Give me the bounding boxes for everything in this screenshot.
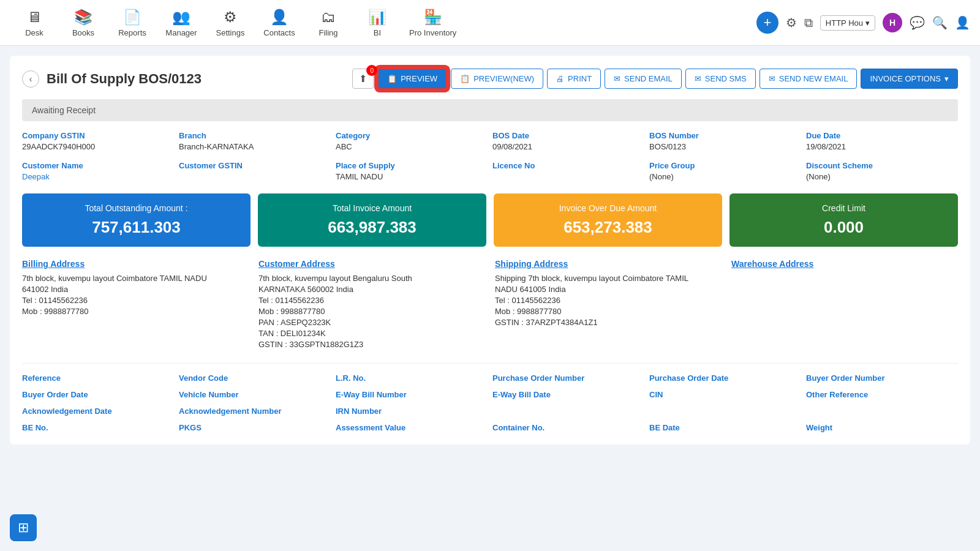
nav-pro-inventory-label: Pro Inventory	[409, 28, 456, 37]
discount-scheme-field: Discount Scheme (None)	[806, 161, 958, 181]
customer-name-value[interactable]: Deepak	[22, 172, 174, 181]
due-date-label: Due Date	[806, 131, 958, 140]
extra-label-purchase-order-number: Purchase Order Number	[492, 373, 644, 383]
total-outstanding-label: Total Outstanding Amount :	[34, 203, 238, 213]
company-gstin-label: Company GSTIN	[22, 131, 174, 140]
extra-field-blank3	[806, 407, 958, 416]
notification-icon[interactable]: 💬	[910, 15, 925, 30]
shipping-line1: Shipping 7th block, kuvempu layout Coimb…	[495, 274, 722, 283]
company-gstin-value: 29AADCK7940H000	[22, 142, 174, 151]
switch-icon[interactable]: ⧉	[804, 16, 813, 30]
billing-address-block: Billing Address 7th block, kuvempu layou…	[22, 259, 249, 351]
extra-label-assessment-value: Assessment Value	[336, 423, 488, 432]
notification-wrap: 💬	[910, 15, 925, 30]
bos-date-field: BOS Date 09/08/2021	[492, 131, 644, 151]
nav-right-section: + ⚙ ⧉ HTTP Hou ▾ H 💬 🔍 👤	[756, 12, 970, 34]
price-group-label: Price Group	[649, 161, 801, 170]
extra-label-container-no: Container No.	[492, 423, 644, 432]
billing-address-title[interactable]: Billing Address	[22, 259, 249, 269]
extra-label-weight: Weight	[806, 423, 958, 432]
send-new-email-button[interactable]: ✉ SEND NEW EMAIL	[760, 69, 858, 89]
add-button[interactable]: +	[756, 12, 778, 34]
print-icon: 🖨	[556, 74, 564, 83]
extra-label-other-reference: Other Reference	[806, 390, 958, 399]
nav-pro-inventory[interactable]: 🏪 Pro Inventory	[402, 4, 464, 42]
print-button[interactable]: 🖨 PRINT	[547, 69, 601, 89]
print-label: PRINT	[568, 74, 592, 83]
sms-icon: ✉	[695, 74, 701, 83]
customer-gstin-field: Customer GSTIN	[179, 161, 331, 181]
extra-field-eway-bill-number: E-Way Bill Number	[336, 390, 488, 399]
back-button[interactable]: ‹	[22, 70, 39, 88]
upload-badge: 0	[366, 65, 377, 76]
place-of-supply-label: Place of Supply	[336, 161, 488, 170]
page-title: Bill Of Supply BOS/0123	[47, 71, 202, 87]
extra-label-vendor-code: Vendor Code	[179, 373, 331, 383]
billing-line2: 641002 India	[22, 285, 249, 294]
nav-settings[interactable]: ⚙ Settings	[206, 4, 255, 42]
customer-pan: PAN : ASEPQ2323K	[258, 318, 485, 327]
billing-line1: 7th block, kuvempu layout Coimbatore TAM…	[22, 274, 249, 283]
nav-reports[interactable]: 📄 Reports	[108, 4, 157, 42]
extra-label-cin: CIN	[649, 390, 801, 399]
credit-limit-label: Credit Limit	[742, 203, 946, 213]
send-sms-label: SEND SMS	[705, 74, 747, 83]
preview-new-label: PREVIEW(NEW)	[473, 74, 534, 83]
extra-field-be-no: BE No.	[22, 423, 174, 432]
total-outstanding-value: 757,611.303	[34, 218, 238, 237]
customer-line1: 7th block, kuvempu layout Bengaluru Sout…	[258, 274, 485, 283]
nav-desk[interactable]: 🖥 Desk	[10, 4, 59, 42]
extra-field-cin: CIN	[649, 390, 801, 399]
extra-field-lr-no: L.R. No.	[336, 373, 488, 383]
nav-settings-label: Settings	[216, 28, 245, 37]
nav-contacts[interactable]: 👤 Contacts	[255, 4, 304, 42]
avatar-initials: H	[889, 18, 895, 28]
warehouse-address-title[interactable]: Warehouse Address	[731, 259, 958, 269]
address-grid: Billing Address 7th block, kuvempu layou…	[22, 259, 958, 351]
invoice-options-button[interactable]: INVOICE OPTIONS ▾	[861, 69, 958, 89]
nav-filing[interactable]: 🗂 Filing	[304, 4, 353, 42]
billing-mob: Mob : 9988877780	[22, 307, 249, 316]
customer-gstin: GSTIN : 33GSPTN1882G1Z3	[258, 340, 485, 349]
customer-address-title[interactable]: Customer Address	[258, 259, 485, 269]
extra-label-buyer-order-number: Buyer Order Number	[806, 373, 958, 383]
nav-books-label: Books	[72, 28, 94, 37]
send-sms-button[interactable]: ✉ SEND SMS	[685, 69, 756, 89]
nav-manager[interactable]: 👥 Manager	[157, 4, 206, 42]
reports-icon: 📄	[123, 9, 141, 26]
contacts-icon: 👤	[270, 9, 288, 26]
branch-field: Branch Branch-KARNATAKA	[179, 131, 331, 151]
filing-icon: 🗂	[321, 9, 336, 26]
extra-label-purchase-order-date: Purchase Order Date	[649, 373, 801, 383]
nav-books[interactable]: 📚 Books	[59, 4, 108, 42]
extra-field-eway-bill-date: E-Way Bill Date	[492, 390, 644, 399]
bos-number-field: BOS Number BOS/0123	[649, 131, 801, 151]
branch-value: Branch-KARNATAKA	[179, 142, 331, 151]
nav-bi[interactable]: 📊 BI	[353, 4, 402, 42]
extra-label-acknowledgement-date: Acknowledgement Date	[22, 407, 174, 416]
nav-items: 🖥 Desk 📚 Books 📄 Reports 👥 Manager ⚙ Set…	[10, 4, 756, 42]
nav-reports-label: Reports	[118, 28, 146, 37]
due-date-value: 19/08/2021	[806, 142, 958, 151]
extra-field-assessment-value: Assessment Value	[336, 423, 488, 432]
preview-new-button[interactable]: 📋 PREVIEW(NEW)	[451, 69, 543, 89]
shipping-address-title[interactable]: Shipping Address	[495, 259, 722, 269]
total-outstanding-card: Total Outstanding Amount : 757,611.303	[22, 193, 251, 247]
extra-label-irn-number: IRN Number	[336, 407, 488, 416]
credit-limit-value: 0.000	[742, 218, 946, 237]
extra-field-vendor-code: Vendor Code	[179, 373, 331, 383]
send-email-label: SEND EMAIL	[624, 74, 673, 83]
chevron-down-icon: ▾	[865, 18, 870, 28]
nav-contacts-label: Contacts	[263, 28, 295, 37]
preview-button[interactable]: 📋 PREVIEW	[377, 68, 447, 89]
gear-icon[interactable]: ⚙	[786, 15, 797, 30]
price-group-field: Price Group (None)	[649, 161, 801, 181]
send-new-email-label: SEND NEW EMAIL	[779, 74, 848, 83]
search-icon[interactable]: 🔍	[932, 15, 948, 30]
nav-bi-label: BI	[374, 28, 381, 37]
user-icon[interactable]: 👤	[955, 15, 970, 30]
avatar[interactable]: H	[883, 13, 902, 32]
http-label[interactable]: HTTP Hou ▾	[820, 15, 875, 31]
send-email-button[interactable]: ✉ SEND EMAIL	[605, 69, 682, 89]
extra-field-blank1	[492, 407, 644, 416]
